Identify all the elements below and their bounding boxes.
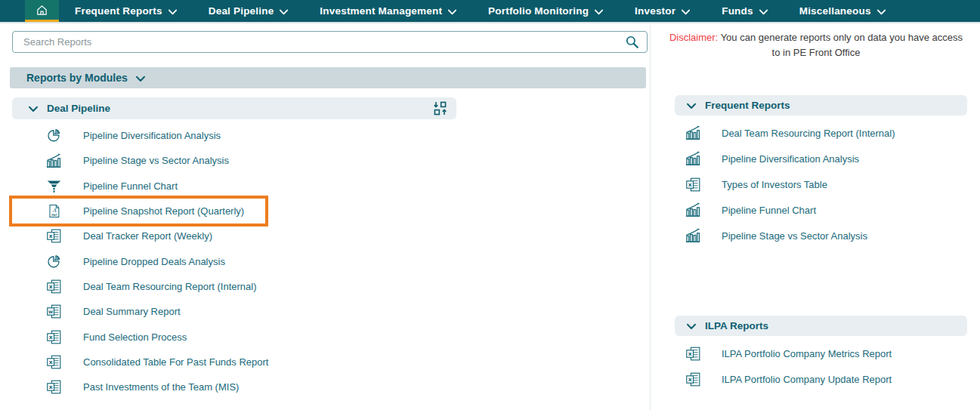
svg-text:w: w [48,309,53,315]
report-item-label: ILPA Portfolio Company Metrics Report [722,348,892,359]
report-item[interactable]: Deal Team Resourcing Report (Internal) [675,120,895,146]
disclaimer-label: Disclaimer: [669,32,718,43]
deal-pipeline-section-header[interactable]: Deal Pipeline [12,97,456,119]
excel-file-icon: x [45,353,62,370]
nav-item-label: Funds [722,5,753,17]
ilpa-reports-title: ILPA Reports [705,320,768,331]
nav-item-investment-management[interactable]: Investment Management [304,0,472,22]
reports-page: Frequent ReportsDeal PipelineInvestment … [0,0,980,410]
report-item-label: Pipeline Funnel Chart [83,180,178,192]
chevron-down-icon [595,8,603,15]
bar-chart-icon [684,124,702,142]
pie-chart-icon [45,253,62,270]
report-item[interactable]: A PDF Pipeline Snapshot Report (Quarterl… [12,199,265,223]
report-item[interactable]: x Types of Investors Table [675,171,827,197]
frequent-reports-section-header[interactable]: Frequent Reports [675,95,967,116]
report-item[interactable]: x Fund Selection Process [12,324,187,349]
bar-chart-icon [684,201,702,219]
report-item[interactable]: x Consolidated Table For Past Funds Repo… [12,350,268,375]
svg-text:x: x [48,384,52,390]
chevron-down-icon [687,103,696,109]
nav-left-spacer [0,0,25,22]
nav-item-label: Investment Management [320,5,442,17]
reports-by-modules-title: Reports by Modules [26,72,128,84]
reports-by-modules-header[interactable]: Reports by Modules [10,67,646,88]
report-item[interactable]: Pipeline Funnel Chart [12,174,178,199]
chevron-down-icon [136,74,145,82]
home-icon [36,4,48,17]
nav-item-investor[interactable]: Investor [619,0,706,22]
chevron-down-icon [29,106,38,113]
panel-divider [650,25,651,410]
bar-chart-icon [684,227,702,245]
nav-item-portfolio-monitoring[interactable]: Portfolio Monitoring [472,0,619,22]
excel-file-icon: x [45,328,62,345]
bar-chart-icon [45,153,62,169]
report-item[interactable]: w Deal Summary Report [12,299,181,324]
report-item-label: Past Investments of the Team (MIS) [83,381,239,393]
report-item[interactable]: Pipeline Dropped Deals Analysis [12,248,225,273]
report-item-label: Pipeline Diversification Analysis [722,153,859,165]
pdf-file-icon: A PDF [45,203,62,220]
funnel-icon [45,177,62,194]
reorder-reports-icon[interactable] [432,100,448,116]
report-item-label: Pipeline Dropped Deals Analysis [83,256,225,267]
report-item-label: Pipeline Diversification Analysis [83,130,221,141]
deal-pipeline-report-list: Pipeline Diversification Analysis Pipeli… [12,123,648,399]
svg-text:x: x [688,350,691,357]
excel-file-icon: x [45,228,62,245]
chevron-down-icon [168,8,177,15]
chevron-down-icon [682,8,690,15]
chevron-down-icon [877,8,886,15]
top-nav: Frequent ReportsDeal PipelineInvestment … [0,0,980,23]
report-item[interactable]: x ILPA Portfolio Company Metrics Report [675,341,892,366]
report-item-label: Pipeline Funnel Chart [722,205,816,216]
nav-item-frequent-reports[interactable]: Frequent Reports [59,0,193,22]
disclaimer-text: You can generate reports only on data yo… [721,32,963,58]
search-icon[interactable] [625,35,639,49]
ilpa-reports-section-header[interactable]: ILPA Reports [675,316,967,336]
svg-text:x: x [48,233,52,240]
search-input[interactable] [22,35,625,48]
excel-file-icon: x [45,379,62,396]
report-item[interactable]: Pipeline Funnel Chart [675,197,816,223]
nav-home-tab[interactable] [25,0,59,22]
report-item-label: Deal Summary Report [83,306,181,317]
report-item-label: Deal Tracker Report (Weekly) [83,230,212,242]
nav-item-miscellaneous[interactable]: Miscellaneous [784,0,901,22]
nav-item-funds[interactable]: Funds [706,0,784,22]
bar-chart-icon [684,150,702,168]
nav-item-label: Frequent Reports [75,5,162,17]
excel-file-icon: x [45,278,62,294]
svg-text:x: x [688,181,691,188]
svg-text:x: x [688,376,691,383]
svg-text:x: x [48,334,52,341]
report-item[interactable]: x Past Investments of the Team (MIS) [12,375,239,399]
chevron-down-icon [280,8,288,15]
report-item[interactable]: x Deal Team Resourcing Report (Internal) [12,274,257,299]
nav-menu: Frequent ReportsDeal PipelineInvestment … [59,0,901,22]
excel-file-icon: x [684,344,702,362]
report-item-label: Consolidated Table For Past Funds Report [83,356,268,368]
search-box [12,31,648,53]
report-item-label: Fund Selection Process [83,331,187,343]
report-item-label: Deal Team Resourcing Report (Internal) [83,281,257,292]
pie-chart-icon [45,128,62,144]
word-file-icon: w [45,304,62,320]
report-item-label: Pipeline Snapshot Report (Quarterly) [83,205,244,217]
report-item[interactable]: x Deal Tracker Report (Weekly) [12,223,212,248]
excel-file-icon: x [684,370,702,388]
report-item[interactable]: Pipeline Diversification Analysis [12,123,221,148]
nav-item-label: Portfolio Monitoring [488,5,589,17]
nav-item-deal-pipeline[interactable]: Deal Pipeline [193,0,305,22]
excel-file-icon: x [684,175,702,193]
svg-text:x: x [48,359,52,365]
report-item[interactable]: Pipeline Stage vs Sector Analysis [12,148,229,173]
report-item[interactable]: Pipeline Stage vs Sector Analysis [675,223,867,248]
report-item[interactable]: Pipeline Diversification Analysis [675,146,859,171]
svg-text:PDF: PDF [51,214,57,217]
frequent-reports-title: Frequent Reports [705,100,790,111]
report-item[interactable]: x ILPA Portfolio Company Update Report [675,366,892,392]
chevron-down-icon [759,8,768,15]
deal-pipeline-title: Deal Pipeline [47,103,110,114]
